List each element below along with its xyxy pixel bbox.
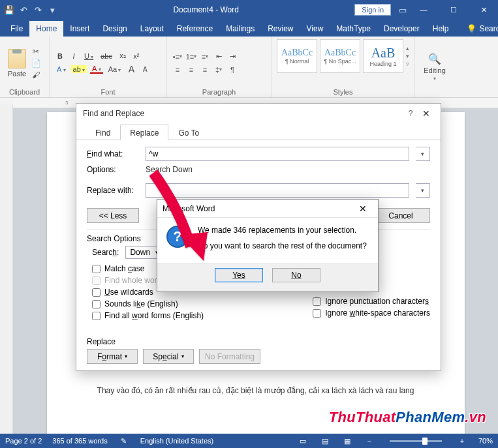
subscript-button[interactable]: x₂ <box>117 52 128 60</box>
web-layout-icon[interactable]: ▦ <box>341 437 353 445</box>
style-normal[interactable]: AaBbCc ¶ Normal <box>277 39 317 73</box>
bullets-button[interactable]: •≡ <box>172 52 183 61</box>
tab-replace[interactable]: Replace <box>120 125 168 140</box>
status-language[interactable]: English (United States) <box>140 437 214 445</box>
zoom-slider[interactable] <box>390 440 442 442</box>
copy-icon[interactable]: 📄 <box>31 59 40 68</box>
change-case-button[interactable]: Aa <box>106 65 123 73</box>
format-painter-icon[interactable]: 🖌 <box>31 70 40 80</box>
undo-icon[interactable]: ↶ <box>18 5 29 15</box>
replace-history-dropdown[interactable]: ▾ <box>416 183 430 198</box>
text-effects-button[interactable]: A <box>55 65 68 73</box>
sign-in-button[interactable]: Sign in <box>354 4 391 16</box>
zoom-in-button[interactable]: + <box>456 437 468 445</box>
group-font: B I U abc x₂ x² A ab A Aa A A Font <box>50 37 167 97</box>
tab-help[interactable]: Help <box>426 21 456 37</box>
message-close-button[interactable]: ✕ <box>353 203 373 214</box>
font-color-button[interactable]: A <box>90 65 103 74</box>
maximize-button[interactable]: ☐ <box>439 0 468 20</box>
paste-button[interactable]: Paste <box>5 48 29 79</box>
find-icon: 🔍 <box>428 53 441 65</box>
cancel-button[interactable]: Cancel <box>371 208 430 223</box>
ribbon-tabs: File Home Insert Design Layout Reference… <box>0 20 498 37</box>
message-titlebar[interactable]: Microsoft Word ✕ <box>157 200 378 218</box>
find-history-dropdown[interactable]: ▾ <box>416 147 430 161</box>
dialog-tabs: Find Replace Go To <box>76 125 441 140</box>
find-what-input[interactable] <box>146 147 409 161</box>
ignore-whitespace-checkbox[interactable]: Ignore white-space characters <box>313 308 430 318</box>
style-heading1[interactable]: AaB Heading 1 <box>363 39 403 73</box>
dialog-help-button[interactable]: ? <box>403 109 418 118</box>
spellcheck-icon[interactable]: ✎ <box>118 437 130 445</box>
autosave-icon[interactable]: 💾 <box>4 5 14 15</box>
status-page[interactable]: Page 2 of 2 <box>5 437 42 445</box>
tab-file[interactable]: File <box>4 21 29 37</box>
tab-references[interactable]: Reference <box>170 21 219 37</box>
qat-customize-icon[interactable]: ▾ <box>47 5 57 15</box>
bold-button[interactable]: B <box>55 52 65 60</box>
align-center-button[interactable]: ≡ <box>186 65 196 74</box>
tell-me-search[interactable]: 💡 Search <box>460 21 498 37</box>
align-left-button[interactable]: ≡ <box>172 65 183 74</box>
editing-dropdown[interactable]: 🔍 Editing ▾ <box>424 53 446 82</box>
italic-button[interactable]: I <box>69 52 79 60</box>
replace-with-input[interactable] <box>146 183 409 198</box>
strikethrough-button[interactable]: abc <box>99 52 114 60</box>
tab-layout[interactable]: Layout <box>134 21 170 37</box>
multilevel-button[interactable]: ≡ <box>200 52 210 61</box>
ribbon-display-icon[interactable]: ▭ <box>397 5 408 15</box>
special-button[interactable]: Special▾ <box>143 349 194 364</box>
status-bar: Page 2 of 2 365 of 365 words ✎ English (… <box>0 434 498 448</box>
no-button[interactable]: No <box>272 268 320 282</box>
options-value: Search Down <box>146 165 193 174</box>
tab-view[interactable]: View <box>300 21 330 37</box>
cut-icon[interactable]: ✂ <box>31 47 40 56</box>
align-right-button[interactable]: ≡ <box>200 65 210 74</box>
tab-developer[interactable]: Developer <box>377 21 426 37</box>
ignore-punct-checkbox[interactable]: Ignore punctuation characters <box>313 297 430 306</box>
print-layout-icon[interactable]: ▤ <box>319 437 331 445</box>
group-label-paragraph: Paragraph <box>172 87 266 96</box>
tab-design[interactable]: Design <box>96 21 133 37</box>
tab-find[interactable]: Find <box>86 125 120 140</box>
shrink-font-button[interactable]: A <box>140 66 150 73</box>
styles-gallery-expand[interactable]: ▴▾▿ <box>406 39 409 73</box>
tab-mathtype[interactable]: MathType <box>330 21 377 37</box>
dialog-titlebar[interactable]: Find and Replace ? ✕ <box>76 104 441 123</box>
minimize-button[interactable]: — <box>409 0 438 20</box>
sounds-like-checkbox[interactable]: Sounds like (English) <box>92 299 204 308</box>
search-direction-label: Search: <box>92 248 119 257</box>
less-button[interactable]: << Less <box>87 208 139 223</box>
tab-insert[interactable]: Insert <box>63 21 96 37</box>
superscript-button[interactable]: x² <box>131 52 142 60</box>
tab-mailings[interactable]: Mailings <box>219 21 261 37</box>
style-no-spacing[interactable]: AaBbCc ¶ No Spac... <box>320 39 360 73</box>
decrease-indent-button[interactable]: ⇤ <box>213 52 224 61</box>
tab-goto[interactable]: Go To <box>168 125 209 140</box>
underline-button[interactable]: U <box>82 52 95 60</box>
group-editing: 🔍 Editing ▾ <box>415 37 454 97</box>
line-spacing-button[interactable]: ‡ <box>213 65 224 74</box>
find-what-label: Find what: <box>87 149 139 158</box>
dialog-title: Find and Replace <box>83 109 144 118</box>
word-forms-checkbox[interactable]: Find all word forms (English) <box>92 311 204 320</box>
zoom-level[interactable]: 70% <box>478 437 493 445</box>
show-marks-button[interactable]: ¶ <box>227 65 238 74</box>
vertical-ruler[interactable] <box>0 104 13 434</box>
read-mode-icon[interactable]: ▭ <box>297 437 309 445</box>
paste-icon <box>8 49 26 68</box>
zoom-out-button[interactable]: − <box>364 437 375 445</box>
numbering-button[interactable]: 1≡ <box>186 52 196 61</box>
tab-review[interactable]: Review <box>261 21 300 37</box>
highlight-button[interactable]: ab <box>71 65 87 73</box>
grow-font-button[interactable]: A <box>126 64 136 74</box>
increase-indent-button[interactable]: ⇥ <box>227 52 238 61</box>
status-words[interactable]: 365 of 365 words <box>52 437 107 445</box>
tab-home[interactable]: Home <box>29 21 63 37</box>
dialog-close-button[interactable]: ✕ <box>418 108 434 119</box>
message-title: Microsoft Word <box>163 204 215 213</box>
yes-button[interactable]: Yes <box>215 268 263 282</box>
redo-icon[interactable]: ↷ <box>33 5 43 15</box>
format-button[interactable]: Format▾ <box>87 349 138 364</box>
close-button[interactable]: ✕ <box>469 0 498 20</box>
